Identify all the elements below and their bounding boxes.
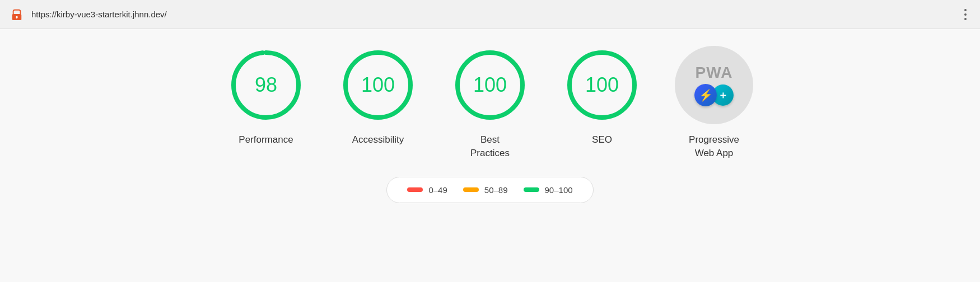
- score-label-seo: SEO: [592, 133, 612, 147]
- score-item-best-practices: 100 Best Practices: [451, 46, 529, 160]
- main-content: 98 Performance 100 Accessibility: [0, 29, 980, 214]
- score-item-seo: 100 SEO: [563, 46, 641, 147]
- score-label-accessibility: Accessibility: [352, 133, 404, 147]
- legend-color-low: [407, 187, 423, 192]
- more-menu-button[interactable]: [960, 4, 971, 25]
- top-bar: https://kirby-vue3-starterkit.jhnn.dev/: [0, 0, 980, 29]
- top-bar-left: https://kirby-vue3-starterkit.jhnn.dev/: [9, 7, 167, 22]
- pwa-badge: PWA ⚡ ＋: [675, 46, 753, 124]
- score-label-pwa: Progressive Web App: [689, 133, 739, 160]
- score-value-performance: 98: [255, 73, 277, 97]
- lock-icon: [9, 7, 25, 22]
- url-display: https://kirby-vue3-starterkit.jhnn.dev/: [31, 10, 167, 19]
- score-item-pwa: PWA ⚡ ＋ Progressive Web App: [675, 46, 753, 160]
- pwa-icons-row: ⚡ ＋: [694, 84, 734, 106]
- score-item-accessibility: 100 Accessibility: [339, 46, 417, 147]
- legend-item-mid: 50–89: [463, 185, 508, 195]
- score-value-accessibility: 100: [361, 73, 395, 97]
- legend-item-low: 0–49: [407, 185, 447, 195]
- legend-range-mid: 50–89: [484, 185, 508, 195]
- score-legend: 0–49 50–89 90–100: [386, 177, 593, 203]
- legend-color-mid: [463, 187, 479, 192]
- score-label-best-practices: Best Practices: [470, 133, 510, 160]
- legend-range-low: 0–49: [428, 185, 447, 195]
- score-label-performance: Performance: [239, 133, 293, 147]
- circle-performance: 98: [227, 46, 305, 124]
- legend-color-high: [524, 187, 539, 192]
- scores-row: 98 Performance 100 Accessibility: [227, 46, 753, 160]
- circle-best-practices: 100: [451, 46, 529, 124]
- circle-accessibility: 100: [339, 46, 417, 124]
- legend-range-high: 90–100: [545, 185, 573, 195]
- score-value-best-practices: 100: [473, 73, 507, 97]
- score-item-performance: 98 Performance: [227, 46, 305, 147]
- pwa-text: PWA: [696, 64, 733, 82]
- pwa-lightning-icon: ⚡: [694, 84, 717, 106]
- score-value-seo: 100: [585, 73, 619, 97]
- circle-seo: 100: [563, 46, 641, 124]
- legend-item-high: 90–100: [524, 185, 573, 195]
